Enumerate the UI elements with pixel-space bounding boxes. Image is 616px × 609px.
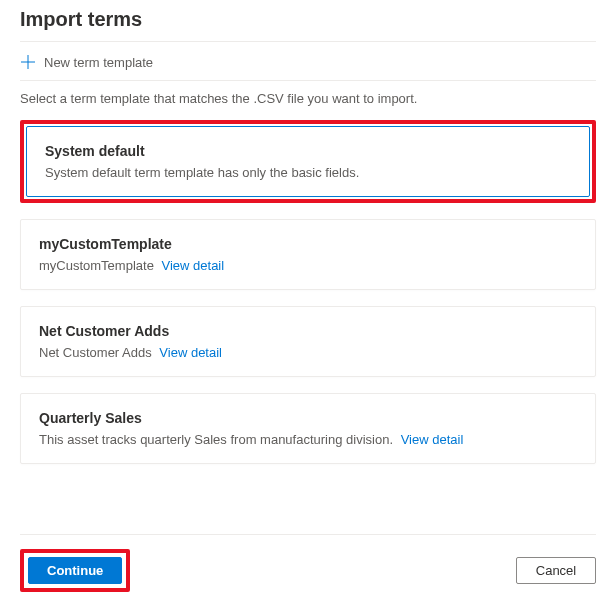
template-title: System default [45, 143, 571, 159]
template-title: myCustomTemplate [39, 236, 577, 252]
template-list: System default System default term templ… [20, 120, 596, 464]
template-desc-text: myCustomTemplate [39, 258, 154, 273]
highlight-continue-button: Continue [20, 549, 130, 592]
template-desc: Net Customer Adds View detail [39, 345, 577, 360]
template-card-system-default[interactable]: System default System default term templ… [26, 126, 590, 197]
template-title: Quarterly Sales [39, 410, 577, 426]
page-title: Import terms [20, 8, 596, 42]
new-term-template-button[interactable]: New term template [20, 44, 596, 81]
cancel-button[interactable]: Cancel [516, 557, 596, 584]
template-desc: System default term template has only th… [45, 165, 571, 180]
continue-button[interactable]: Continue [28, 557, 122, 584]
view-detail-link[interactable]: View detail [401, 432, 464, 447]
highlight-selected-template: System default System default term templ… [20, 120, 596, 203]
plus-icon [20, 54, 36, 70]
template-card-mycustomtemplate[interactable]: myCustomTemplate myCustomTemplate View d… [20, 219, 596, 290]
template-title: Net Customer Adds [39, 323, 577, 339]
new-term-template-label: New term template [44, 55, 153, 70]
template-desc-text: Net Customer Adds [39, 345, 152, 360]
view-detail-link[interactable]: View detail [159, 345, 222, 360]
instruction-text: Select a term template that matches the … [20, 91, 596, 106]
view-detail-link[interactable]: View detail [162, 258, 225, 273]
template-desc: myCustomTemplate View detail [39, 258, 577, 273]
template-desc: This asset tracks quarterly Sales from m… [39, 432, 577, 447]
template-desc-text: This asset tracks quarterly Sales from m… [39, 432, 393, 447]
template-card-quarterly-sales[interactable]: Quarterly Sales This asset tracks quarte… [20, 393, 596, 464]
footer-actions: Continue Cancel [20, 534, 596, 592]
template-card-net-customer-adds[interactable]: Net Customer Adds Net Customer Adds View… [20, 306, 596, 377]
